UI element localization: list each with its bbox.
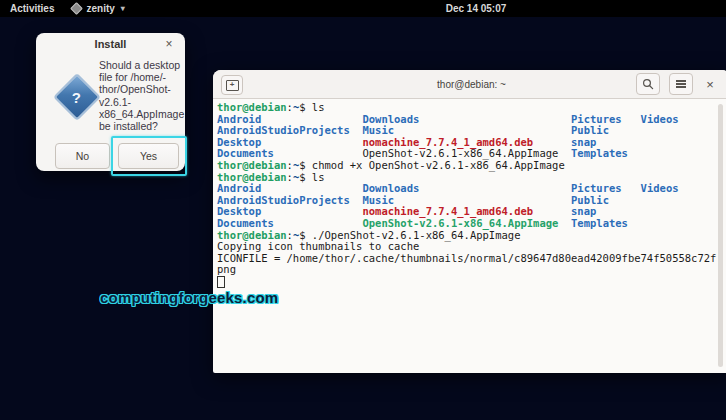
search-button[interactable] (636, 73, 660, 95)
app-menu-zenity[interactable]: zenity ▾ (64, 0, 132, 17)
install-dialog: Install × ? Should a desktopfile for /ho… (36, 33, 185, 171)
terminal-close-button[interactable]: × (702, 74, 718, 94)
terminal-output[interactable]: thor@debian:~$ lsAndroid Downloads Pictu… (213, 99, 726, 373)
new-tab-button[interactable]: + (221, 75, 243, 95)
chevron-down-icon: ▾ (121, 4, 125, 13)
clock[interactable]: Dec 14 05:07 (446, 0, 507, 17)
question-mark-glyph: ? (72, 88, 81, 105)
terminal-line: ICONFILE = /home/thor/.cache/thumbnails/… (217, 253, 726, 265)
question-icon: ? (53, 73, 101, 121)
dialog-titlebar: Install × (36, 33, 185, 55)
dialog-close-button[interactable]: × (161, 36, 177, 52)
terminal-scrollbar[interactable] (718, 104, 723, 367)
no-button[interactable]: No (55, 143, 110, 169)
yes-button[interactable]: Yes (118, 143, 179, 169)
search-icon (642, 78, 654, 90)
activities-button[interactable]: Activities (0, 0, 64, 17)
hamburger-menu-icon (676, 83, 686, 84)
zenity-app-icon (71, 2, 84, 15)
terminal-cursor (217, 276, 225, 288)
dialog-message: Should a desktopfile for /home/-thor/Ope… (99, 59, 187, 132)
app-menu-label: zenity (86, 3, 114, 14)
terminal-window: thor@debian: ~ + × thor@debian:~$ lsAndr… (213, 70, 726, 373)
new-tab-icon: + (226, 80, 239, 91)
top-bar: Activities zenity ▾ Dec 14 05:07 (0, 0, 726, 17)
terminal-line (217, 276, 726, 288)
terminal-line: png (217, 264, 726, 276)
watermark: computingforgeeks.com (100, 289, 278, 306)
terminal-headerbar: thor@debian: ~ + × (213, 70, 726, 99)
header-buttons: × (636, 74, 718, 94)
menu-button[interactable] (669, 73, 693, 95)
